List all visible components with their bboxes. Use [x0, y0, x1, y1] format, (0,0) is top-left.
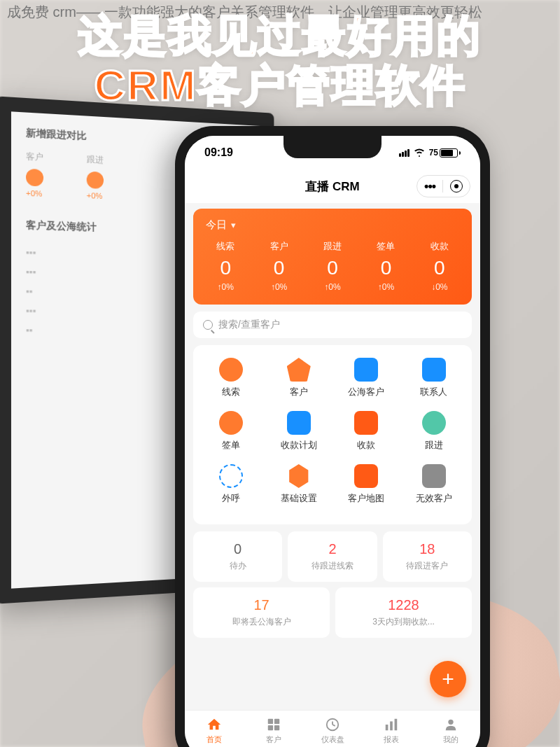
- grid-item-签单[interactable]: 签单: [197, 411, 265, 452]
- search-input[interactable]: 搜索/查重客户: [193, 312, 472, 338]
- today-stat-item[interactable]: 收款0↓0%: [413, 240, 466, 292]
- phone-screen: 09:19 75 直播 CRM •••: [185, 136, 480, 747]
- tab-首页[interactable]: 首页: [185, 716, 244, 747]
- svg-rect-6: [391, 721, 393, 730]
- today-label: 今日: [206, 218, 227, 232]
- tab-仪表盘[interactable]: 仪表盘: [303, 716, 362, 747]
- function-grid: 线索客户公海客户联系人签单收款计划收款跟进外呼基础设置客户地图无效客户: [193, 345, 472, 524]
- ic-customer-icon: [287, 358, 311, 382]
- today-stat-item[interactable]: 线索0↑0%: [199, 240, 252, 292]
- tab-icon: [442, 716, 459, 733]
- today-stat-item[interactable]: 签单0↑0%: [359, 240, 412, 292]
- ic-order-icon: [219, 411, 243, 435]
- ic-pool-icon: [354, 358, 378, 382]
- close-miniprogram-icon[interactable]: [450, 180, 463, 193]
- svg-rect-1: [274, 719, 279, 724]
- wifi-icon: [414, 148, 425, 157]
- grid-item-线索[interactable]: 线索: [197, 358, 265, 398]
- grid-item-收款[interactable]: 收款: [332, 411, 400, 452]
- phone-notch: [284, 136, 382, 158]
- chevron-down-icon: ▾: [231, 220, 236, 230]
- svg-rect-3: [274, 725, 279, 730]
- today-stat-item[interactable]: 客户0↑0%: [252, 240, 305, 292]
- miniprogram-menu[interactable]: •••: [416, 175, 470, 197]
- tab-icon: [324, 716, 341, 733]
- summary-item[interactable]: 17即将丢公海客户: [193, 587, 330, 638]
- status-time: 09:19: [204, 146, 233, 159]
- search-placeholder: 搜索/查重客户: [218, 319, 280, 331]
- battery-icon: 75: [429, 148, 461, 158]
- tab-客户[interactable]: 客户: [244, 716, 302, 747]
- ic-invalid-icon: [422, 464, 446, 488]
- ic-contact-icon: [422, 358, 446, 382]
- tab-icon: [383, 716, 400, 733]
- svg-rect-0: [267, 719, 272, 724]
- grid-item-客户[interactable]: 客户: [265, 358, 333, 398]
- tab-我的[interactable]: 我的: [421, 716, 480, 747]
- today-stats-card[interactable]: 今日 ▾ 线索0↑0%客户0↑0%跟进0↑0%签单0↑0%收款0↓0%: [193, 209, 472, 305]
- ic-map-icon: [354, 464, 378, 488]
- search-icon: [203, 320, 213, 330]
- ic-followup-icon: [422, 411, 446, 435]
- app-title: 直播 CRM: [305, 179, 359, 195]
- tab-icon: [265, 716, 282, 733]
- tab-icon: [206, 716, 223, 733]
- grid-item-无效客户[interactable]: 无效客户: [400, 464, 468, 505]
- summary-item[interactable]: 12283天内到期收款...: [335, 587, 472, 638]
- today-stat-item[interactable]: 跟进0↑0%: [306, 240, 359, 292]
- summary-cards: 0待办2待跟进线索18待跟进客户17即将丢公海客户12283天内到期收款...: [193, 531, 472, 638]
- phone-device: 09:19 75 直播 CRM •••: [175, 126, 490, 747]
- grid-item-基础设置[interactable]: 基础设置: [265, 464, 333, 505]
- svg-rect-7: [395, 719, 398, 731]
- tab-bar: 首页客户仪表盘报表我的: [185, 710, 480, 747]
- add-button[interactable]: +: [430, 661, 466, 697]
- summary-item[interactable]: 2待跟进线索: [288, 531, 377, 582]
- signal-icon: [399, 149, 410, 157]
- grid-item-外呼[interactable]: 外呼: [197, 464, 265, 505]
- grid-item-公海客户[interactable]: 公海客户: [332, 358, 400, 398]
- ic-plan-icon: [287, 411, 311, 435]
- svg-rect-5: [386, 725, 388, 730]
- ic-payment-icon: [354, 411, 378, 435]
- svg-point-8: [448, 720, 453, 725]
- grid-item-跟进[interactable]: 跟进: [400, 411, 468, 452]
- app-header: 直播 CRM •••: [185, 169, 480, 203]
- headline: 这是我见过最好用的 CRM客户管理软件: [0, 11, 560, 111]
- svg-rect-2: [267, 725, 272, 730]
- more-icon[interactable]: •••: [424, 179, 435, 194]
- grid-item-联系人[interactable]: 联系人: [400, 358, 468, 398]
- summary-item[interactable]: 18待跟进客户: [383, 531, 472, 582]
- tab-报表[interactable]: 报表: [362, 716, 421, 747]
- ic-leads-icon: [219, 358, 243, 382]
- ic-call-icon: [219, 464, 243, 488]
- summary-item[interactable]: 0待办: [193, 531, 282, 582]
- ic-settings-icon: [287, 464, 311, 488]
- grid-item-收款计划[interactable]: 收款计划: [265, 411, 333, 452]
- grid-item-客户地图[interactable]: 客户地图: [332, 464, 400, 505]
